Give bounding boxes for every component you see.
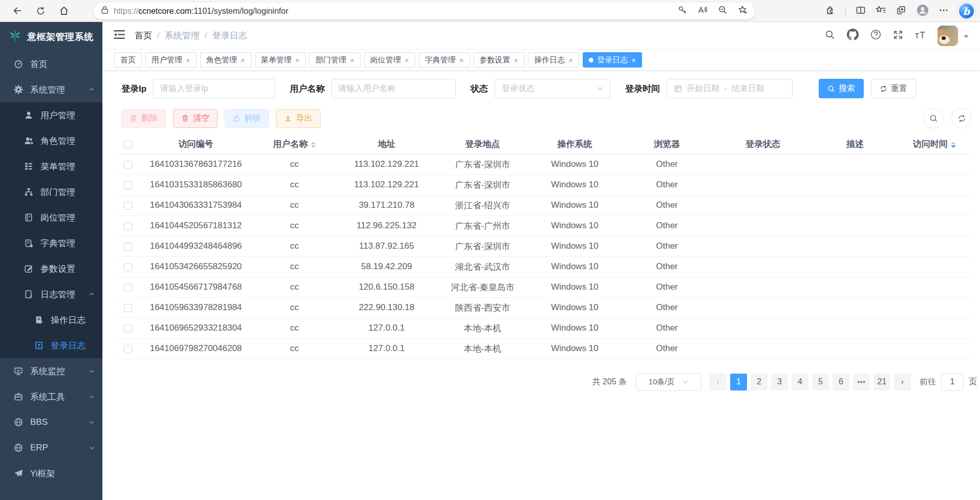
browser-home-icon[interactable] — [59, 6, 69, 16]
page-button-3[interactable]: 3 — [771, 374, 788, 390]
unlock-button[interactable]: 解锁 — [225, 109, 269, 128]
sidebar-item-yi-framework[interactable]: Yi框架 — [0, 461, 102, 486]
tab-home[interactable]: 首页 — [114, 52, 142, 68]
close-tab-icon[interactable]: × — [514, 56, 519, 64]
sort-carets-icon[interactable] — [951, 142, 956, 148]
browser-profile-icon[interactable] — [916, 4, 929, 19]
sidebar-item-system-monitor[interactable]: 系统监控 — [0, 358, 102, 384]
zoom-out-icon[interactable] — [718, 5, 728, 17]
close-tab-icon[interactable]: × — [186, 56, 190, 64]
close-tab-icon[interactable]: × — [568, 56, 573, 64]
refresh-table-button[interactable] — [951, 108, 972, 128]
page-button-4[interactable]: 4 — [792, 374, 808, 390]
sidebar-item-post-management[interactable]: 岗位管理 — [0, 205, 102, 230]
clear-button[interactable]: 清空 — [173, 109, 218, 128]
header-search-icon[interactable] — [825, 30, 835, 42]
help-icon[interactable] — [870, 29, 881, 42]
collections-icon[interactable] — [896, 5, 906, 17]
tab-1[interactable]: 用户管理× — [145, 52, 197, 68]
browser-back-icon[interactable] — [12, 6, 23, 16]
tab-9[interactable]: 登录日志× — [583, 52, 642, 68]
sidebar-item-param-settings[interactable]: 参数设置 — [0, 256, 102, 281]
tab-2[interactable]: 角色管理× — [200, 52, 251, 68]
column-header[interactable]: 访问时间 — [899, 137, 970, 154]
user-name-input[interactable] — [331, 79, 456, 98]
tab-4[interactable]: 部门管理× — [309, 52, 360, 68]
sidebar-item-log-management[interactable]: 日志管理 — [0, 281, 102, 307]
sidebar-item-user-management[interactable]: 用户管理 — [0, 102, 102, 128]
row-checkbox[interactable] — [124, 243, 132, 251]
close-tab-icon[interactable]: × — [631, 56, 636, 64]
page-button-6[interactable]: 6 — [833, 374, 849, 390]
sidebar-item-system-tools[interactable]: 系统工具 — [0, 384, 102, 409]
tab-6[interactable]: 字典管理× — [419, 52, 470, 68]
sidebar-item-system-management[interactable]: 系统管理 — [0, 77, 102, 102]
row-checkbox[interactable] — [124, 324, 132, 333]
row-checkbox[interactable] — [124, 181, 132, 189]
status-select[interactable]: 登录状态 — [495, 79, 610, 98]
tab-3[interactable]: 菜单管理× — [255, 52, 306, 68]
reset-button[interactable]: 重置 — [871, 79, 916, 98]
split-screen-icon[interactable] — [856, 5, 866, 17]
date-range-picker[interactable]: 开始日期 - 结束日期 — [667, 79, 793, 98]
favorites-list-icon[interactable] — [876, 5, 886, 17]
prev-page-button[interactable]: ‹ — [710, 374, 727, 390]
next-page-button[interactable]: › — [894, 374, 911, 390]
sidebar-item-dict-management[interactable]: 字典管理 — [0, 230, 102, 256]
row-checkbox[interactable] — [124, 284, 132, 292]
sidebar-item-erp[interactable]: ERP — [0, 435, 102, 461]
font-size-icon[interactable]: тT — [915, 30, 926, 41]
delete-button[interactable]: 删除 — [121, 109, 166, 128]
tab-5[interactable]: 岗位管理× — [364, 52, 415, 68]
page-size-select[interactable]: 10条/页 — [636, 373, 701, 391]
close-tab-icon[interactable]: × — [295, 56, 300, 64]
sidebar-collapse-icon[interactable] — [114, 30, 125, 41]
login-ip-input[interactable] — [153, 79, 275, 98]
password-key-icon[interactable] — [677, 5, 687, 17]
read-aloud-icon[interactable] — [697, 5, 708, 17]
pager-ellipsis[interactable]: ••• — [853, 374, 870, 390]
sort-carets-icon[interactable] — [311, 142, 316, 148]
row-checkbox[interactable] — [124, 202, 132, 210]
avatar[interactable] — [938, 26, 958, 46]
extensions-icon[interactable] — [825, 5, 836, 17]
page-button-1[interactable]: 1 — [730, 374, 747, 390]
sidebar-item-role-management[interactable]: 角色管理 — [0, 128, 102, 154]
copilot-icon[interactable]: b — [958, 3, 975, 19]
breadcrumb-home[interactable]: 首页 — [135, 30, 152, 41]
close-tab-icon[interactable]: × — [404, 56, 409, 64]
page-button-2[interactable]: 2 — [751, 374, 768, 390]
favorite-star-icon[interactable] — [738, 5, 748, 17]
tab-8[interactable]: 操作日志× — [528, 52, 579, 68]
toggle-search-button[interactable] — [923, 108, 944, 128]
github-icon[interactable] — [847, 29, 859, 42]
avatar-dropdown-icon[interactable] — [964, 35, 969, 40]
export-button[interactable]: 导出 — [276, 109, 321, 128]
sidebar-item-dept-management[interactable]: 部门管理 — [0, 179, 102, 205]
page-button-21[interactable]: 21 — [874, 374, 890, 390]
close-tab-icon[interactable]: × — [459, 56, 464, 64]
select-all-checkbox[interactable] — [124, 140, 132, 148]
sidebar-item-login-log[interactable]: 登录日志 — [0, 333, 102, 358]
browser-menu-icon[interactable] — [939, 6, 948, 17]
sidebar-item-bbs[interactable]: BBS — [0, 409, 102, 435]
close-tab-icon[interactable]: × — [241, 56, 245, 64]
row-checkbox[interactable] — [124, 304, 132, 312]
sidebar-item-menu-management[interactable]: 菜单管理 — [0, 154, 102, 179]
goto-page-input[interactable] — [941, 373, 964, 391]
fullscreen-icon[interactable] — [893, 30, 903, 42]
row-checkbox[interactable] — [124, 345, 132, 353]
row-checkbox[interactable] — [124, 263, 132, 271]
address-bar[interactable]: https://ccnetcore.com:1101/system/log/lo… — [94, 3, 755, 19]
search-button[interactable]: 搜索 — [819, 79, 864, 98]
row-checkbox[interactable] — [124, 161, 132, 169]
sidebar-item-operation-log[interactable]: 操作日志 — [0, 307, 102, 333]
sidebar-item-home[interactable]: 首页 — [0, 51, 102, 77]
tab-7[interactable]: 参数设置× — [474, 52, 525, 68]
column-header[interactable]: 用户名称 — [251, 137, 338, 154]
row-checkbox[interactable] — [124, 222, 132, 230]
table-cell: Other — [620, 318, 714, 338]
browser-refresh-icon[interactable] — [36, 6, 46, 16]
close-tab-icon[interactable]: × — [350, 56, 354, 64]
page-button-5[interactable]: 5 — [812, 374, 829, 390]
